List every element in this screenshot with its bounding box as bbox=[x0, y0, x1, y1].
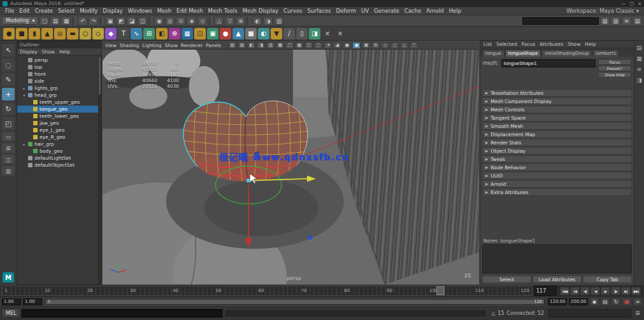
attribute-section-header[interactable]: ▶ UUID bbox=[482, 172, 632, 179]
ipr-render-icon[interactable]: ◑ bbox=[263, 17, 273, 25]
attribute-editor-tab[interactable]: initialShadingGroup bbox=[541, 50, 592, 57]
viewport-toolbar-icon[interactable]: ▢ bbox=[314, 42, 322, 49]
poly-sphere-icon[interactable]: ● bbox=[3, 28, 15, 39]
menu-item[interactable]: File bbox=[3, 8, 17, 14]
viewport-toolbar-icon[interactable]: △ bbox=[400, 42, 408, 49]
snap-point-icon[interactable]: ⊙ bbox=[176, 17, 185, 25]
attribute-section-header[interactable]: ▶ Object Display bbox=[482, 147, 632, 155]
notes-textarea[interactable] bbox=[482, 244, 632, 274]
poly-cone-icon[interactable]: ▲ bbox=[41, 28, 53, 39]
toggle-tool-settings-icon[interactable]: ▨ bbox=[611, 17, 620, 25]
viewport-toolbar-icon[interactable]: ▨ bbox=[238, 42, 246, 49]
viewport-scene[interactable]: persp 25 Verts: 39752 0 Edges: 41111 603 bbox=[103, 50, 479, 284]
menu-item[interactable]: Mesh Tools bbox=[206, 8, 240, 14]
viewport-menu-item[interactable]: View bbox=[105, 43, 117, 48]
range-slider[interactable]: 1 120 bbox=[44, 298, 546, 305]
attribute-editor-menu-item[interactable]: Help bbox=[585, 41, 596, 47]
status-icon[interactable] bbox=[100, 17, 103, 25]
select-object-icon[interactable]: ◩ bbox=[116, 17, 125, 25]
layer-editor-toggle-icon[interactable]: ◨ bbox=[636, 76, 643, 84]
lasso-select-tool[interactable]: ◌ bbox=[2, 59, 15, 71]
outliner-item[interactable]: ▸ hair_grp bbox=[17, 141, 101, 148]
numeric-input-field[interactable] bbox=[522, 17, 599, 25]
attribute-editor-mini-button[interactable]: Show Hide bbox=[598, 72, 631, 78]
menu-item[interactable]: Generate bbox=[371, 8, 402, 14]
animation-end-field[interactable]: 200.00 bbox=[569, 298, 588, 305]
grid-menu-icon[interactable]: ⊞ bbox=[633, 309, 642, 317]
highlight-icon[interactable]: ◫ bbox=[138, 17, 147, 25]
menu-item[interactable]: Select bbox=[55, 8, 77, 14]
new-scene-icon[interactable]: ▢ bbox=[39, 17, 49, 25]
viewport-toolbar-icon[interactable]: ◕ bbox=[333, 42, 341, 49]
poly-cylinder-icon[interactable]: ▮ bbox=[29, 28, 40, 39]
attribute-editor-menu-item[interactable]: Selected bbox=[496, 41, 517, 47]
insert-edge-loop-icon[interactable]: / bbox=[283, 28, 295, 39]
separate-icon[interactable]: ▦ bbox=[182, 28, 193, 39]
attribute-editor-footer-button[interactable]: Copy Tab bbox=[583, 275, 632, 283]
outliner-scrollbar[interactable] bbox=[98, 55, 101, 284]
menu-item[interactable]: Surfaces bbox=[305, 8, 334, 14]
command-input[interactable] bbox=[22, 309, 222, 317]
attribute-editor-tab[interactable]: tongueShape bbox=[505, 50, 541, 57]
menu-item[interactable]: UV bbox=[359, 8, 371, 14]
close-button[interactable]: × bbox=[638, 1, 641, 6]
outliner-item[interactable]: ▾ head_grp bbox=[17, 92, 101, 99]
maximize-button[interactable]: ▢ bbox=[630, 1, 634, 6]
curve-tool-icon[interactable]: ∿ bbox=[131, 28, 142, 39]
move-tool[interactable]: + bbox=[2, 88, 15, 101]
attribute-section-header[interactable]: ▶ Tessellation Attributes bbox=[482, 89, 632, 97]
quad-draw-icon[interactable]: ◐ bbox=[258, 28, 269, 39]
render-settings-icon[interactable]: ▥ bbox=[274, 17, 283, 25]
status-icon[interactable] bbox=[149, 17, 152, 25]
menu-item[interactable]: Create bbox=[32, 8, 55, 14]
outliner-item[interactable]: defaultLightSet bbox=[17, 155, 101, 162]
channel-box-toggle-icon[interactable]: ≡ bbox=[636, 66, 643, 73]
layout-four-pane[interactable]: ⊞ bbox=[2, 143, 15, 153]
viewport-toolbar-icon[interactable]: ▣ bbox=[362, 42, 370, 49]
disclosure-arrow[interactable]: ▾ bbox=[22, 94, 26, 97]
viewport-menu-item[interactable]: Show bbox=[165, 43, 178, 48]
viewport-toolbar-icon[interactable]: ⊞ bbox=[371, 42, 380, 49]
layout-outliner-persp[interactable]: ▥ bbox=[2, 166, 15, 176]
outliner-item[interactable]: persp bbox=[17, 57, 101, 64]
attribute-editor-menu-item[interactable]: Show bbox=[568, 41, 580, 47]
outliner-menu-item[interactable]: Display bbox=[20, 49, 38, 55]
outliner-item[interactable]: ▸ lights_grp bbox=[17, 85, 101, 92]
viewport-toolbar-icon[interactable]: ▥ bbox=[266, 42, 275, 49]
go-to-start-button[interactable]: |◀◀ bbox=[560, 287, 569, 295]
select-component-icon[interactable]: ◪ bbox=[127, 17, 136, 25]
snap-grid-icon[interactable]: ◉ bbox=[154, 17, 164, 25]
fill-hole-icon[interactable]: ◨ bbox=[309, 28, 320, 39]
inputs-icon[interactable]: ▽ bbox=[225, 17, 234, 25]
attribute-section-header[interactable]: ▶ Displacement Map bbox=[482, 130, 632, 138]
smooth-icon[interactable]: ▲ bbox=[233, 28, 244, 39]
layout-two-pane[interactable]: ◫ bbox=[2, 155, 15, 164]
multi-cut-icon[interactable]: ● bbox=[220, 28, 231, 39]
boolean-union-icon[interactable]: ◧ bbox=[156, 28, 168, 39]
snap-plane-icon[interactable]: ◈ bbox=[187, 17, 196, 25]
anim-layer-icon[interactable]: ▤ bbox=[601, 298, 610, 305]
poly-cube-icon[interactable]: ■ bbox=[16, 28, 27, 39]
go-to-end-button[interactable]: ▶▶| bbox=[631, 287, 641, 295]
node-name-field[interactable] bbox=[501, 59, 596, 67]
auto-keyframe-icon[interactable]: ● bbox=[622, 298, 631, 305]
outliner-menu-item[interactable]: Show bbox=[42, 49, 55, 55]
render-icon[interactable]: ◐ bbox=[252, 17, 262, 25]
viewport-menu-item[interactable]: Shading bbox=[120, 43, 139, 48]
viewport-toolbar-icon[interactable]: ○ bbox=[390, 42, 399, 49]
nurbs-square-icon[interactable]: ◇ bbox=[92, 28, 104, 39]
attribute-editor-menu-item[interactable]: Focus bbox=[522, 41, 535, 47]
outputs-icon[interactable]: ⊕ bbox=[236, 17, 245, 25]
range-slider-bar[interactable]: 1 120 bbox=[46, 300, 544, 304]
attribute-editor-footer-button[interactable]: Load Attributes bbox=[533, 275, 582, 283]
redo-icon[interactable]: ↷ bbox=[89, 17, 98, 25]
attribute-editor-tab[interactable]: lambert1 bbox=[592, 50, 619, 57]
viewport-menu-item[interactable]: Renderer bbox=[181, 43, 203, 48]
menu-item[interactable]: Mesh Display bbox=[240, 8, 281, 14]
viewport-panel[interactable]: ViewShadingLightingShowRendererPanels ▧▨… bbox=[102, 41, 480, 285]
undo-icon[interactable]: ↶ bbox=[78, 17, 87, 25]
outliner-item[interactable]: eye_L_geo bbox=[17, 127, 101, 134]
platonic-solid-icon[interactable]: ◆ bbox=[105, 28, 117, 39]
outliner-item[interactable]: defaultObjectSet bbox=[17, 162, 101, 169]
toggle-modeling-toolkit-icon[interactable]: ▤ bbox=[633, 17, 642, 25]
